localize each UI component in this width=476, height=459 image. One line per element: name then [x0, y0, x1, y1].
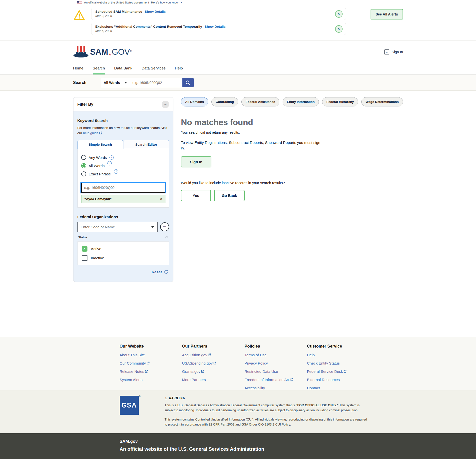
how-you-know-link[interactable]: Here’s how you know	[151, 1, 178, 4]
sign-in-link[interactable]: ← Sign In	[384, 49, 403, 54]
gsa-warning-section: GSA ® ⚠ WARNING This is a U.S. General S…	[0, 390, 476, 433]
footer-link-restricted-data-use[interactable]: Restricted Data Use	[245, 369, 307, 374]
checkbox-active-label: Active	[91, 247, 101, 251]
radio-any-words-label: Any Words	[89, 155, 107, 160]
footer-link-system-alerts[interactable]: System Alerts	[120, 378, 182, 382]
chip-close-icon[interactable]: ×	[160, 197, 162, 201]
footer-link-our-community[interactable]: Our Community	[120, 361, 182, 365]
footer-link-foia[interactable]: Freedom of Information Act	[245, 378, 307, 382]
no-matches-title: No matches found	[181, 117, 403, 127]
footer-link-check-entity-status[interactable]: Check Entity Status	[307, 361, 370, 365]
domain-pill-all-domains[interactable]: All Domains	[181, 97, 208, 106]
footer-link-federal-service-desk[interactable]: Federal Service Desk	[307, 369, 370, 374]
info-icon[interactable]: i	[114, 169, 118, 174]
top-search-bar: Search All Words	[0, 75, 476, 91]
warning-paragraph-2: This system contains Controlled Unclassi…	[165, 417, 370, 427]
sign-in-note: To view Entity Registrations, Subcontrac…	[181, 140, 321, 151]
caret-down-icon	[151, 226, 154, 228]
domain-pill-federal-assistance[interactable]: Federal Assistance	[241, 97, 279, 106]
footer-col-title: Our Website	[120, 344, 182, 349]
external-link-icon	[145, 369, 148, 374]
tab-simple-search[interactable]: Simple Search	[77, 140, 123, 149]
external-link-icon	[344, 369, 347, 374]
sign-in-button[interactable]: Sign In	[181, 156, 211, 167]
footer-link-contact[interactable]: Contact	[307, 386, 370, 390]
external-link-icon	[213, 361, 216, 365]
banner-text: An official website of the United States…	[84, 1, 149, 4]
see-all-alerts-button[interactable]: See All Alerts	[371, 9, 403, 19]
info-icon[interactable]: i	[107, 161, 112, 165]
checkbox-inactive[interactable]	[82, 255, 87, 261]
external-link-icon	[147, 361, 150, 365]
caret-down-icon	[124, 82, 127, 83]
footer-link-about-this-site[interactable]: About This Site	[120, 353, 182, 357]
collapse-filters-icon[interactable]: −	[162, 101, 169, 108]
go-back-button[interactable]: Go Back	[214, 190, 245, 201]
radio-any-words[interactable]	[81, 155, 86, 160]
filter-by-title: Filter By	[77, 102, 93, 107]
keyword-search-heading: Keyword Search	[77, 118, 169, 123]
nav-item-data-bank[interactable]: Data Bank	[114, 62, 132, 74]
federal-organizations-combobox[interactable]: Enter Code or Name	[77, 222, 158, 232]
show-details-link[interactable]: Show Details	[205, 25, 226, 28]
gsa-logo: GSA ®	[120, 396, 139, 415]
close-icon[interactable]: ×	[335, 10, 343, 18]
help-guide-link[interactable]: help guide	[83, 131, 98, 135]
nav-item-search[interactable]: Search	[93, 62, 105, 74]
domain-pill-contracting[interactable]: Contracting	[211, 97, 238, 106]
keyword-chip-label: "Ayda Cemayidi"	[84, 197, 112, 201]
chevron-up-icon[interactable]	[165, 236, 168, 239]
warning-heading: ⚠ WARNING	[165, 396, 370, 400]
search-type-value: All Words	[104, 81, 120, 85]
tab-search-editor[interactable]: Search Editor	[123, 140, 169, 149]
reset-filters-button[interactable]: Reset	[77, 270, 168, 274]
warning-icon: ⚠	[165, 396, 167, 400]
footer-col-title: Customer Service	[307, 344, 370, 349]
footer-col-title: Our Partners	[182, 344, 245, 349]
domain-pill-entity-information[interactable]: Entity Information	[283, 97, 319, 106]
registered-mark: ®	[139, 395, 141, 398]
footer-link-release-notes[interactable]: Release Notes	[120, 369, 182, 374]
close-icon[interactable]: ×	[335, 25, 343, 33]
reset-label: Reset	[152, 270, 162, 274]
yes-button[interactable]: Yes	[181, 190, 211, 201]
search-submit-button[interactable]	[182, 78, 194, 87]
sam-gov-logo[interactable]: SAM★GOV®	[73, 45, 132, 59]
external-link-icon	[290, 378, 293, 382]
domain-pill-federal-hierarchy[interactable]: Federal Hierarchy	[322, 97, 358, 106]
keyword-chip: "Ayda Cemayidi" ×	[81, 195, 165, 203]
checkbox-active[interactable]: ✓	[82, 246, 87, 252]
status-options-card: ✓ Active Inactive	[77, 241, 169, 265]
footer-link-more-partners[interactable]: More Partners	[182, 378, 245, 382]
nav-item-help[interactable]: Help	[175, 62, 183, 74]
warning-triangle-icon	[73, 10, 85, 21]
footer-link-accessibility[interactable]: Accessibility	[245, 386, 307, 390]
results-section: All Domains Contracting Federal Assistan…	[181, 97, 403, 201]
more-options-icon[interactable]: •••	[160, 222, 169, 231]
nav-item-data-services[interactable]: Data Services	[141, 62, 165, 74]
info-icon[interactable]: i	[109, 155, 114, 160]
show-details-link[interactable]: Show Details	[145, 10, 166, 13]
checkbox-inactive-label: Inactive	[91, 256, 104, 260]
combobox-placeholder: Enter Code or Name	[81, 225, 115, 229]
footer-link-grants-gov[interactable]: Grants.gov	[182, 369, 245, 374]
top-search-input[interactable]	[130, 78, 183, 87]
footer-link-help[interactable]: Help	[307, 353, 370, 357]
radio-exact-phrase-label: Exact Phrase	[89, 172, 111, 176]
gov-banner: An official website of the United States…	[0, 0, 476, 5]
domain-pill-wage-determinations[interactable]: Wage Determinations	[361, 97, 403, 106]
footer-link-terms-of-use[interactable]: Terms of Use	[245, 353, 307, 357]
footer-site-name: SAM.gov	[120, 439, 403, 444]
radio-all-words[interactable]	[81, 163, 86, 168]
footer-link-privacy-policy[interactable]: Privacy Policy	[245, 361, 307, 365]
keyword-input[interactable]	[81, 183, 165, 193]
sign-in-arrow-icon: ←	[384, 49, 389, 54]
alert-title: Scheduled SAM Maintenance	[95, 10, 142, 13]
footer-link-external-resources[interactable]: External Resources	[307, 378, 370, 382]
footer-link-acquisition-gov[interactable]: Acquisition.gov	[182, 353, 245, 357]
footer-link-usaspending-gov[interactable]: USASpending.gov	[182, 361, 245, 365]
alert-date: Mar 9, 2026	[95, 14, 328, 18]
radio-exact-phrase[interactable]	[81, 171, 86, 176]
search-type-select[interactable]: All Words	[101, 78, 130, 87]
nav-item-home[interactable]: Home	[73, 62, 83, 74]
